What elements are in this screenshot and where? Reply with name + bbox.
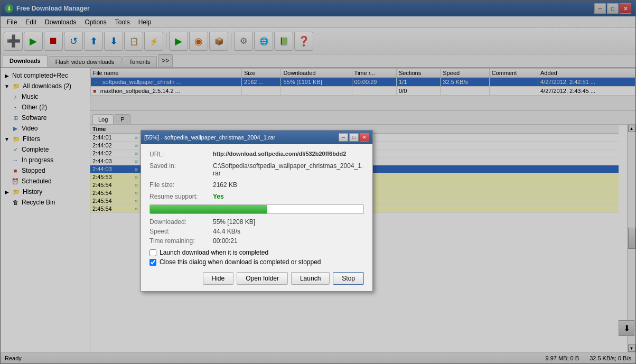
modal-filesize-value: 2162 KB — [213, 181, 237, 189]
modal-title: [55%] - softpedia_wallpaper_christmas_20… — [144, 134, 338, 141]
modal-maximize-button[interactable]: □ — [349, 133, 359, 142]
modal-resume-label: Resume support: — [149, 193, 213, 200]
modal-speed-value: 44.4 KB/s — [213, 228, 240, 235]
close-checkbox[interactable] — [149, 259, 156, 266]
modal-launch-check-row: Launch download when it is completed — [149, 249, 364, 256]
launch-checkbox[interactable] — [149, 249, 156, 256]
modal-close-button[interactable]: ✕ — [360, 133, 369, 142]
modal-time-label: Time remaining: — [149, 237, 213, 245]
modal-url-row: URL: http://download.softpedia.com/dl/53… — [149, 151, 364, 158]
modal-resume-value: Yes — [213, 193, 224, 200]
modal-resume-row: Resume support: Yes — [149, 193, 364, 200]
launch-button[interactable]: Launch — [291, 272, 330, 285]
progress-bar-fill — [150, 205, 267, 213]
modal-title-bar: [55%] - softpedia_wallpaper_christmas_20… — [141, 130, 372, 144]
stop-download-button[interactable]: Stop — [333, 272, 364, 285]
modal-url-label: URL: — [149, 151, 213, 158]
modal-minimize-button[interactable]: ─ — [339, 133, 348, 142]
modal-body: URL: http://download.softpedia.com/dl/53… — [141, 144, 372, 291]
hide-button[interactable]: Hide — [203, 272, 234, 285]
modal-action-buttons: Hide Open folder Launch Stop — [149, 272, 364, 285]
progress-bar-container — [149, 204, 364, 214]
close-check-label: Close this dialog when download is compl… — [160, 258, 321, 266]
modal-url-value: http://download.softpedia.com/dl/532b20f… — [213, 151, 346, 158]
launch-check-label: Launch download when it is completed — [160, 249, 268, 256]
modal-filesize-row: File size: 2162 KB — [149, 181, 364, 189]
modal-stats: Downloaded: 55% [1208 KB] Speed: 44.4 KB… — [149, 218, 364, 245]
modal-speed-label: Speed: — [149, 228, 213, 235]
modal-close-check-row: Close this dialog when download is compl… — [149, 258, 364, 266]
modal-filesize-label: File size: — [149, 181, 213, 189]
modal-downloaded-value: 55% [1208 KB] — [213, 218, 255, 226]
modal-time-value: 00:00:21 — [213, 237, 238, 245]
modal-speed-row: Speed: 44.4 KB/s — [149, 228, 364, 235]
modal-saved-value: C:\Softpedia\softpedia_wallpaper_christm… — [213, 162, 364, 177]
modal-downloaded-label: Downloaded: — [149, 218, 213, 226]
modal-saved-row: Saved in: C:\Softpedia\softpedia_wallpap… — [149, 162, 364, 177]
open-folder-button[interactable]: Open folder — [237, 272, 288, 285]
modal-downloaded-row: Downloaded: 55% [1208 KB] — [149, 218, 364, 226]
modal-time-row: Time remaining: 00:00:21 — [149, 237, 364, 245]
modal-saved-label: Saved in: — [149, 162, 213, 177]
download-progress-dialog: [55%] - softpedia_wallpaper_christmas_20… — [141, 130, 373, 292]
modal-overlay: [55%] - softpedia_wallpaper_christmas_20… — [1, 1, 635, 363]
main-window: SOFTPEDIA ⬇ Free Download Manager ─ □ ✕ … — [0, 0, 636, 364]
